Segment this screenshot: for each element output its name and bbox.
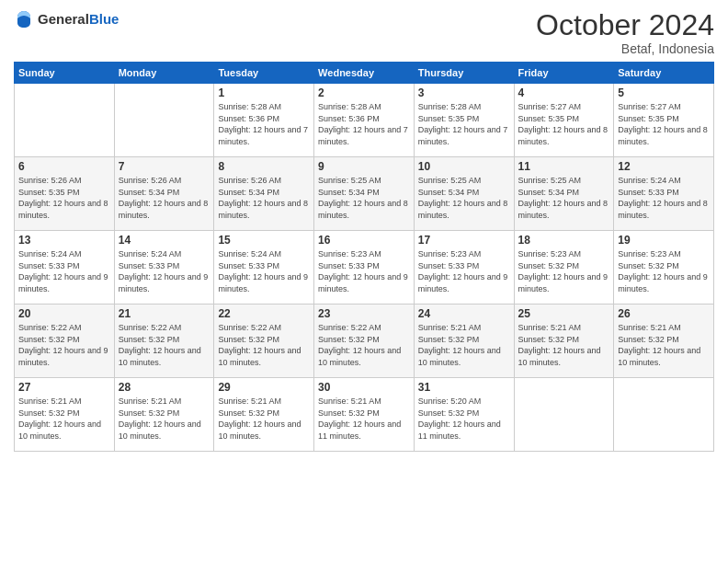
logo: GeneralBlue [14,9,119,29]
day-info: Sunrise: 5:23 AM Sunset: 5:33 PM Dayligh… [318,248,410,294]
calendar-cell: 10Sunrise: 5:25 AM Sunset: 5:34 PM Dayli… [414,157,514,231]
day-number: 25 [518,307,610,320]
logo-general: General [38,11,89,27]
calendar-cell [514,378,614,452]
day-info: Sunrise: 5:26 AM Sunset: 5:34 PM Dayligh… [218,175,310,221]
day-number: 10 [418,160,510,173]
month-title: October 2024 [536,9,714,41]
day-info: Sunrise: 5:21 AM Sunset: 5:32 PM Dayligh… [518,322,610,368]
day-number: 6 [18,160,110,173]
calendar-cell: 15Sunrise: 5:24 AM Sunset: 5:33 PM Dayli… [214,231,314,304]
day-number: 16 [318,234,410,247]
day-info: Sunrise: 5:21 AM Sunset: 5:32 PM Dayligh… [119,396,210,442]
day-info: Sunrise: 5:24 AM Sunset: 5:33 PM Dayligh… [618,175,710,221]
weekday-header-friday: Friday [514,63,614,84]
day-number: 21 [119,307,210,320]
calendar-cell: 30Sunrise: 5:21 AM Sunset: 5:32 PM Dayli… [314,378,415,452]
calendar-cell: 18Sunrise: 5:23 AM Sunset: 5:32 PM Dayli… [514,231,614,304]
calendar-cell: 26Sunrise: 5:21 AM Sunset: 5:32 PM Dayli… [614,304,714,378]
day-info: Sunrise: 5:21 AM Sunset: 5:32 PM Dayligh… [618,322,710,368]
day-number: 8 [218,160,310,173]
weekday-header-sunday: Sunday [15,63,115,84]
calendar-cell: 5Sunrise: 5:27 AM Sunset: 5:35 PM Daylig… [614,84,714,157]
day-info: Sunrise: 5:22 AM Sunset: 5:32 PM Dayligh… [218,322,310,368]
calendar-cell: 22Sunrise: 5:22 AM Sunset: 5:32 PM Dayli… [214,304,314,378]
calendar-cell [114,84,214,157]
day-number: 22 [218,307,310,320]
weekday-header-saturday: Saturday [614,63,714,84]
day-info: Sunrise: 5:28 AM Sunset: 5:35 PM Dayligh… [418,101,510,147]
day-info: Sunrise: 5:27 AM Sunset: 5:35 PM Dayligh… [618,101,710,147]
day-number: 4 [518,86,610,99]
calendar-cell: 29Sunrise: 5:21 AM Sunset: 5:32 PM Dayli… [214,378,314,452]
day-number: 31 [418,381,510,394]
day-number: 23 [318,307,410,320]
calendar-cell: 7Sunrise: 5:26 AM Sunset: 5:34 PM Daylig… [114,157,214,231]
day-number: 15 [218,234,310,247]
day-info: Sunrise: 5:24 AM Sunset: 5:33 PM Dayligh… [119,248,210,294]
day-info: Sunrise: 5:22 AM Sunset: 5:32 PM Dayligh… [119,322,210,368]
day-info: Sunrise: 5:21 AM Sunset: 5:32 PM Dayligh… [18,396,110,442]
calendar-cell [15,84,115,157]
day-info: Sunrise: 5:25 AM Sunset: 5:34 PM Dayligh… [418,175,510,221]
calendar-cell: 12Sunrise: 5:24 AM Sunset: 5:33 PM Dayli… [614,157,714,231]
calendar-cell: 17Sunrise: 5:23 AM Sunset: 5:33 PM Dayli… [414,231,514,304]
day-number: 18 [518,234,610,247]
calendar-cell [614,378,714,452]
weekday-header-thursday: Thursday [414,63,514,84]
calendar-table: SundayMondayTuesdayWednesdayThursdayFrid… [14,62,714,452]
day-info: Sunrise: 5:28 AM Sunset: 5:36 PM Dayligh… [318,101,410,147]
day-info: Sunrise: 5:25 AM Sunset: 5:34 PM Dayligh… [318,175,410,221]
calendar-cell: 13Sunrise: 5:24 AM Sunset: 5:33 PM Dayli… [15,231,115,304]
calendar-cell: 19Sunrise: 5:23 AM Sunset: 5:32 PM Dayli… [614,231,714,304]
calendar-cell: 21Sunrise: 5:22 AM Sunset: 5:32 PM Dayli… [114,304,214,378]
calendar-cell: 14Sunrise: 5:24 AM Sunset: 5:33 PM Dayli… [114,231,214,304]
calendar-cell: 31Sunrise: 5:20 AM Sunset: 5:32 PM Dayli… [414,378,514,452]
day-number: 12 [618,160,710,173]
day-info: Sunrise: 5:20 AM Sunset: 5:32 PM Dayligh… [418,396,510,442]
calendar-cell: 11Sunrise: 5:25 AM Sunset: 5:34 PM Dayli… [514,157,614,231]
weekday-header-monday: Monday [114,63,214,84]
day-number: 28 [119,381,210,394]
calendar-cell: 3Sunrise: 5:28 AM Sunset: 5:35 PM Daylig… [414,84,514,157]
calendar-cell: 16Sunrise: 5:23 AM Sunset: 5:33 PM Dayli… [314,231,415,304]
calendar-cell: 28Sunrise: 5:21 AM Sunset: 5:32 PM Dayli… [114,378,214,452]
day-info: Sunrise: 5:23 AM Sunset: 5:33 PM Dayligh… [418,248,510,294]
calendar-cell: 25Sunrise: 5:21 AM Sunset: 5:32 PM Dayli… [514,304,614,378]
day-info: Sunrise: 5:23 AM Sunset: 5:32 PM Dayligh… [518,248,610,294]
day-info: Sunrise: 5:27 AM Sunset: 5:35 PM Dayligh… [518,101,610,147]
day-number: 13 [18,234,110,247]
day-number: 20 [18,307,110,320]
day-number: 19 [618,234,710,247]
weekday-header-tuesday: Tuesday [214,63,314,84]
calendar-cell: 23Sunrise: 5:22 AM Sunset: 5:32 PM Dayli… [314,304,415,378]
day-info: Sunrise: 5:22 AM Sunset: 5:32 PM Dayligh… [318,322,410,368]
day-number: 1 [218,86,310,99]
day-info: Sunrise: 5:24 AM Sunset: 5:33 PM Dayligh… [218,248,310,294]
day-info: Sunrise: 5:22 AM Sunset: 5:32 PM Dayligh… [18,322,110,368]
day-info: Sunrise: 5:28 AM Sunset: 5:36 PM Dayligh… [218,101,310,147]
calendar-cell: 20Sunrise: 5:22 AM Sunset: 5:32 PM Dayli… [15,304,115,378]
day-number: 9 [318,160,410,173]
calendar-cell: 8Sunrise: 5:26 AM Sunset: 5:34 PM Daylig… [214,157,314,231]
calendar-cell: 6Sunrise: 5:26 AM Sunset: 5:35 PM Daylig… [15,157,115,231]
day-info: Sunrise: 5:24 AM Sunset: 5:33 PM Dayligh… [18,248,110,294]
day-number: 30 [318,381,410,394]
day-info: Sunrise: 5:26 AM Sunset: 5:34 PM Dayligh… [119,175,210,221]
logo-blue: Blue [89,11,119,27]
day-info: Sunrise: 5:21 AM Sunset: 5:32 PM Dayligh… [218,396,310,442]
day-info: Sunrise: 5:21 AM Sunset: 5:32 PM Dayligh… [418,322,510,368]
calendar-cell: 4Sunrise: 5:27 AM Sunset: 5:35 PM Daylig… [514,84,614,157]
day-info: Sunrise: 5:26 AM Sunset: 5:35 PM Dayligh… [18,175,110,221]
day-number: 11 [518,160,610,173]
calendar-cell: 27Sunrise: 5:21 AM Sunset: 5:32 PM Dayli… [15,378,115,452]
day-number: 26 [618,307,710,320]
calendar-cell: 9Sunrise: 5:25 AM Sunset: 5:34 PM Daylig… [314,157,415,231]
calendar-cell: 24Sunrise: 5:21 AM Sunset: 5:32 PM Dayli… [414,304,514,378]
day-number: 2 [318,86,410,99]
weekday-header-wednesday: Wednesday [314,63,415,84]
day-info: Sunrise: 5:23 AM Sunset: 5:32 PM Dayligh… [618,248,710,294]
day-info: Sunrise: 5:21 AM Sunset: 5:32 PM Dayligh… [318,396,410,442]
day-number: 14 [119,234,210,247]
day-number: 27 [18,381,110,394]
